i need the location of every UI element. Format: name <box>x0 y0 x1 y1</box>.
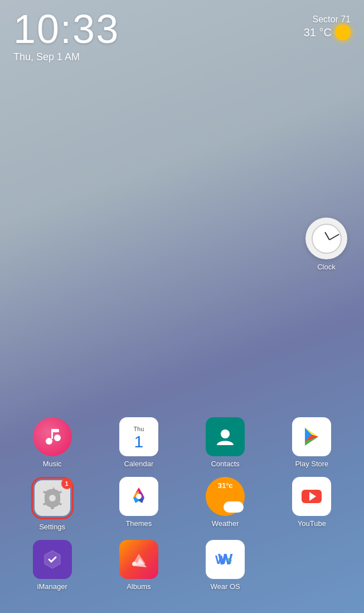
app-playstore[interactable]: Play Store <box>271 417 353 468</box>
svg-point-4 <box>221 429 230 438</box>
settings-highlight-border: 1 <box>31 477 74 519</box>
themes-svg <box>127 484 151 509</box>
youtube-label: YouTube <box>298 519 326 528</box>
youtube-svg <box>299 484 324 509</box>
clock-hand-hour <box>324 231 330 240</box>
clock-app[interactable]: Clock <box>305 218 347 271</box>
clock-area: 10:33 Thu, Sep 1 AM Sector 71 31 °C <box>0 0 364 63</box>
contacts-icon <box>206 417 245 456</box>
apps-row-3: iManager Albums W <box>11 540 353 591</box>
calendar-icon: Thu 1 <box>119 417 158 456</box>
settings-label: Settings <box>39 523 65 531</box>
clock-hand-min <box>329 234 339 240</box>
albums-icon <box>119 540 158 579</box>
svg-point-19 <box>132 562 137 566</box>
playstore-icon <box>292 417 331 456</box>
settings-badge: 1 <box>61 478 72 489</box>
apps-row-1: Music Thu 1 Calendar Contacts <box>11 417 353 468</box>
svg-point-10 <box>49 495 56 501</box>
date-display: Thu, Sep 1 AM <box>13 51 119 63</box>
app-wearos[interactable]: W e W Wear OS <box>185 540 266 591</box>
youtube-icon <box>292 477 331 516</box>
clock-app-icon <box>305 218 347 259</box>
svg-rect-2 <box>51 429 59 432</box>
app-empty-slot <box>271 540 353 591</box>
playstore-label: Play Store <box>295 460 328 468</box>
settings-icon: 1 <box>35 480 70 516</box>
app-contacts[interactable]: Contacts <box>185 417 266 468</box>
clock-label: Clock <box>317 263 336 271</box>
contacts-label: Contacts <box>211 460 239 468</box>
calendar-label: Calendar <box>124 460 153 468</box>
clock-icon-inner <box>310 222 343 255</box>
wearos-w: W <box>218 552 232 567</box>
time-display: 10:33 <box>13 9 119 49</box>
app-music[interactable]: Music <box>11 417 93 468</box>
svg-point-16 <box>136 494 142 499</box>
weather-location: Sector 71 <box>304 15 351 25</box>
svg-point-3 <box>54 435 61 441</box>
app-weather[interactable]: 31°c Weather <box>185 477 266 531</box>
svg-point-0 <box>46 438 52 445</box>
app-settings[interactable]: 1 Settings <box>11 477 93 531</box>
app-youtube[interactable]: YouTube <box>271 477 353 531</box>
music-label: Music <box>43 460 62 468</box>
weather-temp: 31 °C <box>304 25 351 40</box>
app-imanager[interactable]: iManager <box>11 540 93 591</box>
apps-area: Music Thu 1 Calendar Contacts <box>0 417 364 591</box>
app-albums[interactable]: Albums <box>98 540 179 591</box>
screen-content: 10:33 Thu, Sep 1 AM Sector 71 31 °C Cloc… <box>0 0 364 613</box>
imanager-svg <box>41 548 64 571</box>
music-icon <box>33 417 72 456</box>
music-svg <box>42 427 62 447</box>
albums-label: Albums <box>127 582 151 591</box>
weather-icon: 31°c <box>206 477 245 516</box>
weather-block: Sector 71 31 °C <box>304 15 351 40</box>
app-themes[interactable]: Themes <box>98 477 179 531</box>
themes-icon <box>119 477 158 516</box>
app-calendar[interactable]: Thu 1 Calendar <box>98 417 179 468</box>
albums-svg <box>128 548 150 571</box>
imanager-label: iManager <box>37 582 67 591</box>
weather-label: Weather <box>212 519 239 528</box>
wearos-label: Wear OS <box>211 582 240 591</box>
temp-value: 31 °C <box>304 26 332 39</box>
imanager-icon <box>33 540 72 579</box>
clock-face <box>312 224 342 254</box>
sun-icon <box>335 25 351 40</box>
contacts-svg <box>215 426 236 447</box>
cal-day-num: 1 <box>134 433 144 450</box>
settings-svg <box>40 486 65 510</box>
themes-label: Themes <box>125 519 152 528</box>
time-block: 10:33 Thu, Sep 1 AM <box>13 9 119 63</box>
weather-icon-temp: 31°c <box>218 481 233 490</box>
playstore-svg <box>300 426 323 448</box>
apps-row-2: 1 Settings <box>11 477 353 531</box>
weather-cloud-shape <box>224 501 244 513</box>
wearos-icon: W e W <box>206 540 245 579</box>
